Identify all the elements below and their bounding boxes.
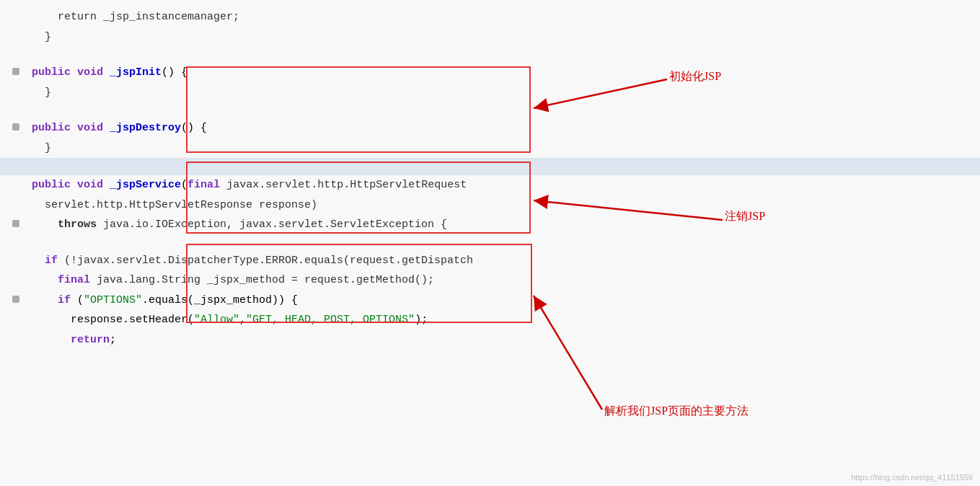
- code-line-14: if (!javax.servlet.DispatcherType.ERROR.…: [0, 251, 980, 271]
- code-editor: return _jsp_instancemanager; } public vo…: [0, 0, 980, 486]
- code-line-2: }: [0, 27, 980, 48]
- code-line-4: public void _jspInit() {: [0, 63, 980, 83]
- code-line-17: response.setHeader("Allow","GET, HEAD, P…: [0, 310, 980, 330]
- code-text-2: }: [26, 28, 51, 47]
- code-text-15: final java.lang.String _jspx_method = re…: [26, 271, 434, 290]
- code-line-16: if ("OPTIONS".equals(_jspx_method)) {: [0, 291, 980, 311]
- code-line-3: [0, 47, 980, 63]
- code-text-12: throws java.io.IOException, javax.servle…: [26, 216, 447, 234]
- code-text-17: response.setHeader("Allow","GET, HEAD, P…: [26, 311, 428, 330]
- code-text-16: if ("OPTIONS".equals(_jspx_method)) {: [26, 291, 298, 310]
- code-text-5: }: [26, 84, 51, 102]
- fold-icon-12: [12, 220, 19, 227]
- code-text-10: public void _jspService(final javax.serv…: [26, 176, 467, 195]
- code-line-7: public void _jspDestroy() {: [0, 118, 980, 138]
- code-text-8: }: [26, 139, 51, 158]
- gutter-12: [6, 220, 26, 227]
- code-line-8: }: [0, 138, 980, 159]
- code-line-5: }: [0, 83, 980, 103]
- gutter-16: [6, 296, 26, 303]
- fold-icon-4: [12, 68, 19, 75]
- code-text-18: return;: [26, 331, 116, 350]
- gutter-7: [6, 123, 26, 131]
- code-line-11: servlet.http.HttpServletResponse respons…: [0, 195, 980, 216]
- fold-icon-16: [12, 296, 19, 303]
- label-jspservice: 解析我们JSP页面的主要方法: [604, 404, 749, 419]
- code-line-15: final java.lang.String _jspx_method = re…: [0, 270, 980, 291]
- code-text-11: servlet.http.HttpServletResponse respons…: [26, 196, 317, 215]
- code-text-4: public void _jspInit() {: [26, 63, 187, 82]
- fold-icon-7: [12, 123, 19, 131]
- code-line-13: [0, 235, 980, 251]
- code-text-1: return _jsp_instancemanager;: [26, 8, 239, 27]
- gutter-4: [6, 68, 26, 75]
- code-line-10: public void _jspService(final javax.serv…: [0, 175, 980, 195]
- code-line-9: [0, 158, 980, 175]
- watermark: https://blog.csdn.net/qq_41151559: [851, 473, 973, 482]
- code-text-14: if (!javax.servlet.DispatcherType.ERROR.…: [26, 252, 473, 270]
- code-line-18: return;: [0, 330, 980, 350]
- code-text-7: public void _jspDestroy() {: [26, 119, 207, 138]
- code-line-12: throws java.io.IOException, javax.servle…: [0, 215, 980, 235]
- code-line-6: [0, 102, 980, 118]
- code-line-1: return _jsp_instancemanager;: [0, 7, 980, 27]
